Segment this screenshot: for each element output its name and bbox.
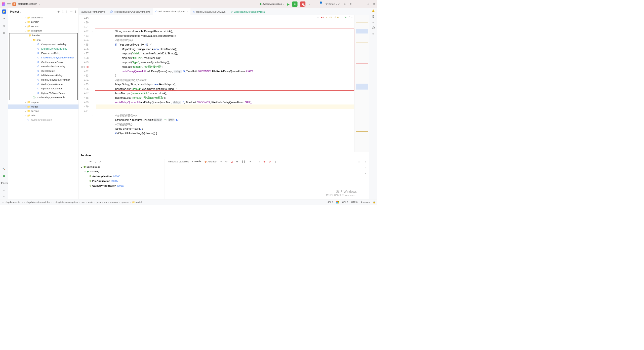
- pause-icon[interactable]: ❚❚: [242, 160, 246, 163]
- add-icon[interactable]: ＋: [104, 160, 106, 163]
- encoding[interactable]: UTF-8: [351, 201, 357, 203]
- eye-off-icon[interactable]: 👁̸: [317, 15, 318, 20]
- svc-app[interactable]: AuthApplication: [92, 174, 112, 179]
- tree-file[interactable]: FileRedisDelayQueueRunner: [41, 56, 74, 60]
- tree-item[interactable]: mapper: [31, 100, 39, 104]
- editor-tab[interactable]: ayQueueRunner.java: [79, 8, 108, 15]
- maven-icon[interactable]: m: [373, 21, 374, 24]
- nav-up-icon[interactable]: ↑: [365, 160, 366, 163]
- settings-icon[interactable]: ⚙: [349, 3, 352, 6]
- tree-item-model[interactable]: model: [31, 104, 38, 109]
- project-name[interactable]: ctbigdata-center: [18, 3, 37, 6]
- project-tool-icon[interactable]: 📁: [2, 10, 6, 14]
- tree-file[interactable]: RedisQueueRunner: [41, 82, 63, 86]
- step-into-icon[interactable]: ↓: [255, 160, 256, 163]
- reader-mode-icon[interactable]: ⋮: [365, 10, 367, 13]
- readonly-icon[interactable]: 🔓: [373, 201, 376, 204]
- svc-spring[interactable]: Spring Boot: [87, 164, 100, 169]
- line-ending[interactable]: CRLF: [342, 201, 348, 203]
- tree-file[interactable]: GetIsliDelay: [41, 69, 55, 73]
- run-icon[interactable]: ▶: [287, 2, 290, 6]
- stop-square-icon[interactable]: ◻: [231, 160, 233, 163]
- svc-app[interactable]: GatewayApplication: [92, 183, 116, 188]
- git-tool-icon[interactable]: ᛘ: [2, 195, 6, 199]
- notifications-icon[interactable]: 🔔: [372, 10, 375, 12]
- bookmark-icon[interactable]: ▭: [372, 32, 375, 35]
- tree-file[interactable]: ExposeLinkCloudDelay: [41, 47, 67, 51]
- open-external-icon[interactable]: ↗: [337, 3, 341, 6]
- tree-item-handler[interactable]: handler: [32, 33, 41, 38]
- translate-icon[interactable]: 文A: [326, 3, 329, 6]
- stop-button[interactable]: ◼6: [300, 2, 305, 7]
- breadcrumb[interactable]: ▫ctbigdatacenter-modules: [24, 201, 50, 203]
- svc-port[interactable]: :8080/: [117, 183, 124, 188]
- code-editor[interactable]: 👁̸ ● 4 ▲ 136 ⚠ 24 ✓ 59 ⌃ ⌄ String resour…: [95, 15, 354, 152]
- breadcrumb[interactable]: 📁model: [132, 201, 141, 204]
- tree-file[interactable]: GetIslicollectionDelay: [41, 64, 65, 69]
- tree-item[interactable]: utils: [31, 113, 35, 118]
- tree-file[interactable]: SystemApplication: [31, 118, 52, 122]
- resume-icon[interactable]: ▸▸: [236, 160, 239, 163]
- window-minimize-icon[interactable]: —: [360, 3, 364, 6]
- nav-down-icon[interactable]: ↓: [365, 166, 366, 169]
- svc-port[interactable]: :9300/: [111, 179, 118, 184]
- refresh-icon[interactable]: ↻: [220, 160, 222, 163]
- gutter[interactable]: 449 450 451 452 453 454 455 456 457 458 …: [79, 15, 90, 152]
- tree-file[interactable]: GetHashcodeDelay: [41, 60, 63, 64]
- minimap[interactable]: [354, 15, 369, 152]
- close-icon[interactable]: ×: [186, 10, 188, 13]
- breadcrumb[interactable]: main: [88, 201, 93, 203]
- run-tool-icon[interactable]: ⬢: [2, 174, 6, 178]
- collapse-icon[interactable]: ⋮: [65, 10, 68, 13]
- more-icon[interactable]: ⋮: [274, 160, 277, 163]
- breadcrumb[interactable]: cn: [104, 201, 107, 203]
- project-tree[interactable]: ›📁datasource ›📁domain ›📁enums ›📁exceptio…: [8, 15, 79, 199]
- code-with-me-icon[interactable]: 👤⁺: [319, 3, 323, 6]
- editor-tab[interactable]: ⒺFileRedisDelayQueueEnum.java: [108, 8, 153, 15]
- tree-file[interactable]: UploadToCloudDelay: [41, 91, 65, 95]
- collapse-caret-icon[interactable]: ⌄: [85, 160, 87, 163]
- breadcrumb[interactable]: src: [82, 201, 85, 203]
- locate-icon[interactable]: ⊕: [57, 10, 60, 13]
- build-tool-icon[interactable]: 🔨: [2, 167, 6, 171]
- menu-icon[interactable]: ⋮: [74, 10, 77, 13]
- ai-icon[interactable]: 💬: [372, 26, 375, 29]
- search-icon[interactable]: [343, 3, 346, 6]
- vcs-branch[interactable]: ᛘ main ⌄: [331, 3, 335, 6]
- toggle-bp-icon[interactable]: ⊘: [269, 160, 271, 163]
- link-icon[interactable]: ⟳: [225, 160, 227, 163]
- expand-icon[interactable]: ⇅: [61, 10, 64, 13]
- svc-running[interactable]: Running: [90, 169, 99, 174]
- inspection-status[interactable]: 👁̸ ● 4 ▲ 136 ⚠ 24 ✓ 59 ⌃ ⌄: [317, 15, 353, 19]
- filter-icon[interactable]: ▽: [95, 160, 96, 163]
- breadcrumb[interactable]: java: [97, 201, 101, 203]
- tab-console[interactable]: Console: [192, 159, 202, 164]
- more-tools-icon[interactable]: ⋯: [2, 38, 6, 42]
- breadcrumb[interactable]: creatoo: [110, 201, 118, 203]
- breadcrumb[interactable]: system: [122, 201, 129, 203]
- more-actions-icon[interactable]: ⋮: [308, 3, 311, 6]
- structure-tool-icon[interactable]: ⊞: [2, 31, 6, 35]
- tree-item[interactable]: domain: [31, 20, 39, 24]
- step-out-icon[interactable]: ↑: [259, 160, 260, 163]
- commit-tool-icon[interactable]: ⊸: [2, 17, 6, 21]
- fold-column[interactable]: ⌄⌄: [90, 15, 95, 152]
- run-configuration-selector[interactable]: ⬢ SystemApplication ⌄: [260, 3, 285, 6]
- tab-threads[interactable]: Threads & Variables: [167, 159, 189, 164]
- editor-tab[interactable]: ©RedisDelayQueueUtil.java: [190, 8, 228, 15]
- tree-item[interactable]: enums: [31, 24, 38, 28]
- tree-file[interactable]: RedisDelayQueueHandle: [37, 95, 65, 100]
- svc-app[interactable]: FileApplication: [92, 179, 110, 184]
- tree-file[interactable]: CompressedLinkDelay: [41, 42, 66, 47]
- tree-file[interactable]: RedisDelayQueueRunner: [41, 78, 70, 82]
- svc-port[interactable]: :9200/: [112, 174, 119, 179]
- tree-item[interactable]: service: [31, 109, 39, 113]
- editor-tab-active[interactable]: ©BdDataServiceImpl.java×: [153, 8, 190, 15]
- tree-file[interactable]: IsliRelevanceDelay: [41, 73, 63, 78]
- cursor-position[interactable]: 466:1: [328, 201, 333, 203]
- indent[interactable]: 4 spaces: [361, 201, 370, 203]
- main-menu-icon[interactable]: [7, 2, 11, 6]
- tree-item[interactable]: datasource: [31, 15, 43, 20]
- nav-wrap-icon[interactable]: ↲: [365, 172, 367, 174]
- window-close-icon[interactable]: ✕: [372, 3, 376, 6]
